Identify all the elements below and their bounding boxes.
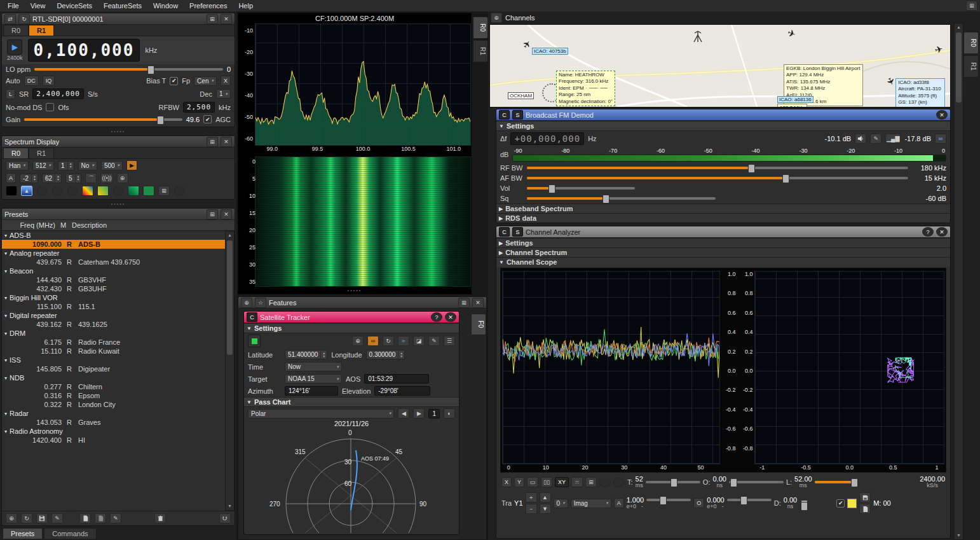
add-channel-icon[interactable]: ⊕	[491, 13, 502, 23]
pass-chart-section[interactable]: ▼Pass Chart	[244, 397, 459, 407]
menu-devicesets[interactable]: DeviceSets	[51, 1, 97, 10]
split-horizontal-icon[interactable]: ▭	[527, 477, 538, 487]
display-y-button[interactable]: Y	[514, 477, 524, 487]
channels-side-tab-r0[interactable]: R0	[963, 32, 979, 54]
waterfall-swatch-2[interactable]	[143, 186, 154, 196]
close-icon[interactable]: ✕	[936, 110, 948, 120]
background-color-swatch[interactable]	[6, 186, 17, 196]
colormap-swatch-2[interactable]	[97, 186, 109, 196]
trace-up-icon[interactable]: ▲	[540, 492, 551, 502]
main-spectrum-view[interactable]: CF:100.000M SP:2.400M -10-20 -30-40 -50-…	[238, 13, 472, 294]
grid-toggle-icon[interactable]	[36, 186, 48, 196]
split-vertical-icon[interactable]: ▯▯	[541, 477, 552, 487]
trace-source-dropdown[interactable]: 0▾	[554, 499, 568, 508]
level-meter-icon[interactable]: ▁▄▇	[885, 134, 901, 144]
local-osc-button[interactable]: L	[6, 89, 15, 99]
spectrum-tab-r1[interactable]: R1	[29, 148, 54, 158]
squelch-slider[interactable]	[527, 197, 716, 200]
preset-group-beacon[interactable]: ▾Beacon	[2, 267, 225, 275]
add-trace-icon[interactable]: ＋	[526, 492, 537, 502]
reload-device-icon[interactable]: ↻	[18, 14, 30, 24]
lo-ppm-slider[interactable]	[34, 68, 223, 71]
amp-exponent[interactable]: e+0	[627, 503, 636, 509]
offset-button[interactable]: O	[693, 498, 704, 508]
doppler-icon[interactable]: ≈	[398, 336, 409, 346]
preset-group-digital-repeater[interactable]: ▾Digital repeater	[2, 311, 225, 320]
edit-icon[interactable]: ✎	[428, 336, 440, 346]
grid-icon[interactable]: ⊞	[158, 186, 170, 196]
antenna-icon[interactable]	[692, 30, 704, 43]
aircraft-info-box[interactable]: ICAO: ad33f8 Aircraft: PA-31-310 Altitud…	[895, 78, 945, 107]
display-x-button[interactable]: X	[501, 477, 512, 487]
preset-row[interactable]: 1420.400RHI	[2, 436, 225, 445]
preset-group-radar[interactable]: ▾Radar	[2, 409, 225, 418]
projection-dropdown[interactable]: Imag▾	[571, 499, 611, 508]
histogram-color-swatch[interactable]: ▲	[21, 186, 32, 196]
trace-color-swatch[interactable]	[847, 499, 857, 508]
rfbw-display[interactable]: 2,500	[183, 102, 215, 113]
close-icon[interactable]: ✕	[221, 14, 232, 24]
delta-f-display[interactable]: +00,000,000	[510, 132, 584, 145]
export-preset-icon[interactable]	[79, 513, 91, 523]
help-icon[interactable]: ?	[922, 227, 934, 237]
tab-presets[interactable]: Presets	[3, 528, 43, 539]
menu-help[interactable]: Help	[233, 1, 258, 10]
delete-preset-icon[interactable]	[154, 513, 166, 523]
time-dropdown[interactable]: Now▾	[285, 362, 342, 371]
preset-group-radio-astronomy[interactable]: ▾Radio Astronomy	[2, 427, 225, 436]
averaging-mode-dropdown[interactable]: No▾	[78, 161, 97, 170]
center-frequency-display[interactable]: 0,100,000	[28, 39, 140, 62]
waterfall-swatch-1[interactable]	[128, 186, 139, 196]
channels-side-tab-r1[interactable]: R1	[963, 55, 979, 78]
preset-group-biggin-hill-vor[interactable]: ▾Biggin Hill VOR	[2, 293, 225, 302]
bias-t-checkbox[interactable]: ✔	[170, 77, 178, 85]
edit-preset-icon[interactable]: ✎	[51, 513, 63, 523]
autoscale-button[interactable]: A	[6, 173, 16, 183]
colormap-swatch-1[interactable]	[82, 186, 93, 196]
preset-row[interactable]: 144.430RGB3VHF	[2, 275, 225, 284]
start-stop-button[interactable]: ▶	[7, 39, 22, 55]
waterfall-display[interactable]: 05 1015 2025 3035	[255, 156, 471, 287]
volume-slider[interactable]	[527, 187, 635, 190]
ofs-checkbox[interactable]	[46, 103, 54, 111]
window-function-dropdown[interactable]: Han▾	[6, 161, 29, 170]
analyzer-settings-section[interactable]: ▶Settings	[496, 238, 950, 247]
import-preset-icon[interactable]	[95, 513, 106, 523]
shrink-icon[interactable]: ⊞	[458, 298, 470, 308]
decimation-dropdown[interactable]: 1▾	[216, 89, 231, 99]
x-button[interactable]: X	[221, 76, 231, 86]
preset-row[interactable]: 143.053RGraves	[2, 418, 225, 427]
offset-minus[interactable]: -	[721, 503, 723, 509]
refresh-preset-icon[interactable]: ↻	[21, 513, 32, 523]
preset-row[interactable]: 145.805RDigipeater	[2, 364, 225, 373]
sample-rate-display[interactable]: 2,400,000	[32, 88, 84, 99]
eraser-icon[interactable]: ◪	[413, 336, 425, 346]
menu-file[interactable]: File	[3, 1, 24, 10]
chart-type-dropdown[interactable]: Polar▾	[248, 409, 394, 419]
amp-minus[interactable]: -	[641, 503, 643, 509]
presets-scrollbar[interactable]: ▲▼	[225, 231, 235, 511]
preset-row[interactable]: 439.675RCaterham 439.6750	[2, 258, 225, 267]
aircraft-label-chip[interactable]: ICAO: 40753b	[532, 48, 568, 55]
channel-spectrum-section[interactable]: ▶Channel Spectrum	[496, 247, 950, 257]
refresh-rate-dropdown[interactable]: 500▾	[101, 161, 123, 170]
close-icon[interactable]: ✕	[472, 298, 484, 308]
range-spinner[interactable]: 62▲▼	[42, 174, 62, 183]
find-target-icon[interactable]: ⊕	[352, 336, 364, 346]
device-tab-r1[interactable]: R1	[29, 25, 54, 36]
map-display[interactable]: ✈ ✈ ✈ ✈ ICAO: 40753b OCKHAM Name: HEATHR…	[489, 24, 951, 107]
amp-auto-button[interactable]: A	[614, 498, 624, 508]
aircraft-label-chip[interactable]: ICAO: a68136	[777, 96, 813, 103]
spectrum-plot[interactable]	[255, 24, 471, 146]
ref-level-spinner[interactable]: -2▲▼	[20, 174, 38, 183]
preset-group-adsb[interactable]: ▾ADS-B	[2, 231, 225, 240]
offset-exponent[interactable]: e+0	[707, 503, 716, 509]
spectrum-side-tab-r1[interactable]: R1	[473, 40, 488, 62]
resize-handle[interactable]: •••••	[1, 200, 235, 207]
polar-grid-icon[interactable]: ⁙	[571, 477, 583, 487]
menu-preferences[interactable]: Preferences	[184, 1, 232, 10]
preset-row[interactable]: 15.110RRadio Kuwait	[2, 347, 225, 356]
rename-preset-icon[interactable]: ✎	[110, 513, 121, 523]
preset-row[interactable]: 439.162R439.1625	[2, 320, 225, 329]
shrink-icon[interactable]: ⊞	[207, 209, 218, 219]
